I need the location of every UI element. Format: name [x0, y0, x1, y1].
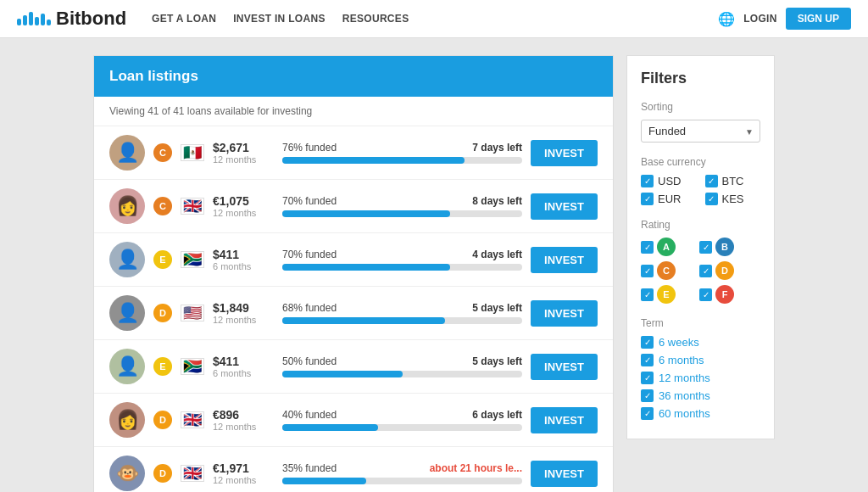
rating-check-item[interactable]: C — [641, 261, 676, 280]
loan-avatar: 👩 — [109, 402, 145, 438]
term-list-item[interactable]: 6 weeks — [641, 336, 760, 349]
nav-invest-in-loans[interactable]: INVEST IN LOANS — [233, 13, 326, 25]
currency-check-item[interactable]: EUR — [641, 193, 697, 205]
login-button[interactable]: LOGIN — [743, 13, 777, 25]
rating-badge: D — [153, 304, 172, 322]
checkbox[interactable] — [641, 336, 654, 349]
loan-amount: $411 6 months — [213, 355, 274, 378]
checkbox[interactable] — [641, 389, 654, 402]
nav-resources[interactable]: RESOURCES — [342, 13, 409, 25]
progress-bar-fill — [282, 317, 445, 324]
loan-progress: 50% funded 5 days left — [282, 355, 522, 377]
progress-info: 70% funded 4 days left — [282, 249, 522, 260]
flag: 🇬🇧 — [181, 198, 204, 215]
sorting-select-wrap: FundedNewestOldest ▼ — [641, 120, 760, 143]
invest-button[interactable]: INVEST — [531, 461, 598, 487]
checkbox[interactable] — [641, 265, 654, 277]
days-left: 8 days left — [472, 195, 522, 207]
rating-check-item[interactable]: D — [699, 261, 760, 280]
progress-bar-fill — [282, 157, 465, 164]
loan-row: 🐵 D 🇬🇧 €1,971 12 months 35% funded about… — [94, 447, 613, 492]
invest-button[interactable]: INVEST — [531, 407, 598, 433]
term-list-item[interactable]: 60 months — [641, 407, 760, 420]
days-left: 5 days left — [472, 302, 522, 314]
listings-title: Loan listings — [109, 68, 198, 84]
currency-check-item[interactable]: KES — [705, 193, 761, 205]
progress-info: 50% funded 5 days left — [282, 355, 522, 367]
signup-button[interactable]: SIGN UP — [786, 8, 851, 30]
currency-label: EUR — [658, 193, 681, 205]
invest-button[interactable]: INVEST — [531, 300, 598, 327]
sorting-label: Sorting — [641, 101, 760, 113]
term-label: Term — [641, 317, 760, 329]
main-content: Loan listings Viewing 41 of 41 loans ava… — [0, 38, 868, 492]
loan-progress: 70% funded 4 days left — [282, 249, 522, 271]
checkbox[interactable] — [699, 288, 712, 301]
term-value: 12 months — [213, 475, 274, 485]
term-value: 12 months — [213, 315, 274, 325]
term-label: 60 months — [659, 407, 710, 420]
days-left: 4 days left — [472, 249, 522, 260]
term-list-item[interactable]: 12 months — [641, 372, 760, 384]
currency-label: KES — [722, 193, 744, 205]
term-list-item[interactable]: 6 months — [641, 354, 760, 366]
checkbox[interactable] — [641, 241, 654, 254]
progress-info: 76% funded 7 days left — [282, 142, 522, 154]
rating-badge: C — [153, 197, 172, 215]
rating-badge: D — [153, 464, 172, 483]
checkbox[interactable] — [699, 241, 712, 254]
progress-bar-fill — [282, 424, 378, 431]
term-label: 6 months — [659, 354, 704, 366]
checkbox[interactable] — [641, 193, 654, 205]
amount-value: €1,971 — [213, 461, 274, 475]
checkbox[interactable] — [641, 354, 654, 366]
term-value: 6 months — [213, 368, 274, 378]
amount-value: $411 — [213, 355, 274, 368]
flag: 🇿🇦 — [181, 251, 204, 268]
checkbox[interactable] — [705, 175, 718, 187]
rating-dot: A — [657, 238, 676, 256]
logo-icon — [17, 12, 51, 25]
progress-bar-fill — [282, 478, 366, 484]
rating-dot: B — [715, 238, 734, 256]
days-left: about 21 hours le... — [430, 462, 522, 474]
term-list-item[interactable]: 36 months — [641, 389, 760, 402]
checkbox[interactable] — [705, 193, 718, 205]
currency-check-item[interactable]: BTC — [705, 175, 761, 187]
loan-avatar: 👤 — [109, 295, 145, 331]
progress-info: 35% funded about 21 hours le... — [282, 462, 522, 474]
rating-check-item[interactable]: F — [699, 285, 760, 304]
amount-value: $2,671 — [213, 141, 274, 154]
invest-button[interactable]: INVEST — [531, 247, 598, 273]
term-value: 12 months — [213, 154, 274, 165]
funded-pct: 70% funded — [282, 249, 337, 260]
amount-value: €1,075 — [213, 194, 274, 208]
invest-button[interactable]: INVEST — [531, 140, 598, 166]
progress-bar-bg — [282, 478, 522, 484]
progress-info: 40% funded 6 days left — [282, 409, 522, 421]
rating-label: Rating — [641, 219, 760, 231]
logo[interactable]: Bitbond — [17, 8, 126, 30]
rating-check-item[interactable]: A — [641, 238, 676, 256]
amount-value: $1,849 — [213, 301, 274, 315]
progress-bar-bg — [282, 157, 522, 164]
days-left: 5 days left — [472, 355, 522, 367]
loan-progress: 70% funded 8 days left — [282, 195, 522, 217]
loan-amount: €1,971 12 months — [213, 461, 274, 485]
checkbox[interactable] — [641, 372, 654, 384]
checkbox[interactable] — [641, 288, 654, 301]
checkbox[interactable] — [699, 265, 712, 277]
nav-get-a-loan[interactable]: GET A LOAN — [152, 13, 216, 25]
globe-icon[interactable]: 🌐 — [718, 11, 735, 27]
rating-check-item[interactable]: E — [641, 285, 676, 304]
rating-check-item[interactable]: B — [699, 238, 760, 256]
checkbox[interactable] — [641, 175, 654, 187]
checkbox[interactable] — [641, 407, 654, 420]
invest-button[interactable]: INVEST — [531, 354, 598, 380]
days-left: 6 days left — [472, 409, 522, 421]
rating-dot: F — [715, 285, 734, 304]
invest-button[interactable]: INVEST — [531, 193, 598, 220]
term-value: 6 months — [213, 261, 274, 271]
currency-check-item[interactable]: USD — [641, 175, 697, 187]
sorting-select[interactable]: FundedNewestOldest — [641, 120, 760, 143]
